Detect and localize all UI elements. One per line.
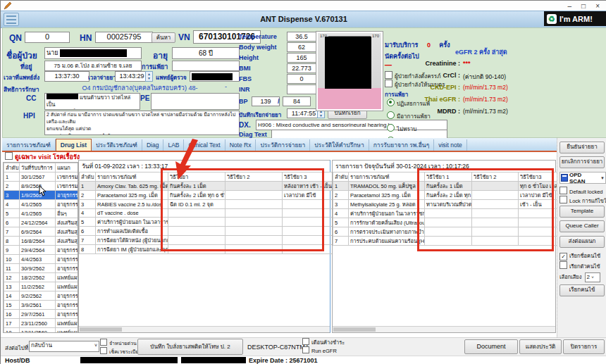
- table-cell[interactable]: อื่นๆ: [56, 209, 79, 218]
- cancel-dispense-button[interactable]: ยกเลิกการจ่ายยา: [559, 156, 605, 168]
- table-cell[interactable]: [472, 218, 519, 227]
- pe-field[interactable]: [151, 93, 240, 110]
- table-row[interactable]: 153/9/2561อายุรกรรม: [4, 301, 79, 310]
- default-locked-box[interactable]: [559, 187, 567, 194]
- table-cell[interactable]: [283, 218, 337, 227]
- table-cell[interactable]: 2: [4, 182, 20, 191]
- table-cell[interactable]: อายุรกรรม: [56, 191, 79, 200]
- table-cell[interactable]: ส่งเสริมสุขภาพ: [56, 227, 79, 237]
- table-cell[interactable]: 5: [80, 218, 96, 227]
- table-cell[interactable]: กินครั้งละ 2 เม็ด ทุก 6: [425, 191, 472, 200]
- address-field[interactable]: 75 ม.06 ต.โป่ง อ.ด่านซ้าย จ.เลย: [44, 61, 142, 71]
- overdue-alert-checkbox[interactable]: เตือนค้างชำระ: [302, 338, 345, 346]
- table-row[interactable]: 1311/2/2562แพทย์แผนไทย: [4, 282, 79, 291]
- table-cell[interactable]: อายุรกรรม: [56, 310, 79, 319]
- pregnant-checkbox-box[interactable]: [385, 71, 392, 79]
- old-rx-table[interactable]: ลำดับรายการเวชภัณฑ์วิธีใช้ยาวิธีใช้ยา 2ว…: [79, 172, 330, 254]
- table-row[interactable]: 6การทำแผลเปิด/ติดเชื้อ: [80, 227, 337, 236]
- table-cell[interactable]: 29/7/2561: [20, 310, 56, 319]
- table-cell[interactable]: 15: [4, 301, 20, 310]
- visit-list[interactable]: ลำดับวันที่รับบริการแผนก130/1/2567เวชกรร…: [3, 162, 78, 333]
- table-cell[interactable]: หลังอาหาร เช้า - เย็น: [283, 182, 337, 191]
- chronic-filter-box[interactable]: [5, 152, 13, 160]
- run-egfr-box[interactable]: [302, 346, 309, 353]
- table-row[interactable]: 130/1/2567เวชกรรมฟื้นฟู: [4, 172, 79, 182]
- table-row[interactable]: 5ค่าบริการผู้ป่วยนอก ในเวลาราชการ: [80, 218, 337, 227]
- doctor-field[interactable]: [190, 71, 240, 82]
- table-cell[interactable]: 14: [4, 291, 20, 301]
- table-cell[interactable]: [472, 227, 519, 237]
- table-cell[interactable]: [283, 200, 337, 209]
- table-cell[interactable]: อายุรกรรม: [56, 264, 79, 273]
- current-rx-hscrollbar[interactable]: [333, 326, 555, 332]
- table-row[interactable]: 4ค่าบริการผู้ป่วยนอก ในเวลาราชการ: [333, 209, 567, 218]
- age-field[interactable]: 68 ปี: [172, 47, 240, 59]
- column-header[interactable]: วิธีใช้ยา 2: [225, 172, 283, 182]
- table-cell[interactable]: [425, 237, 472, 246]
- order-time-field[interactable]: 13:37:30: [44, 71, 89, 82]
- call-name-box[interactable]: ✓: [559, 253, 567, 261]
- table-cell[interactable]: 3/9/2561: [20, 301, 56, 310]
- table-cell[interactable]: 30/9/2562: [20, 264, 56, 273]
- table-cell[interactable]: 12: [4, 273, 20, 282]
- table-cell[interactable]: [225, 191, 283, 200]
- table-cell[interactable]: 3: [4, 191, 20, 200]
- call-time-field[interactable]: 11:47:55: [287, 108, 321, 118]
- table-cell[interactable]: [283, 227, 337, 236]
- bp-diastolic-field[interactable]: 84: [283, 96, 311, 106]
- default-locked-checkbox[interactable]: Default locked: [559, 187, 603, 195]
- table-cell[interactable]: 7: [333, 237, 349, 246]
- table-cell[interactable]: [168, 236, 225, 245]
- table-cell[interactable]: 6/9/2564: [20, 227, 56, 237]
- body-weight-field[interactable]: 62: [287, 42, 316, 52]
- table-cell[interactable]: Paracetamol 325 mg. เม็ด: [96, 191, 168, 200]
- table-cell[interactable]: 6: [80, 227, 96, 236]
- table-cell[interactable]: [168, 209, 225, 218]
- table-cell[interactable]: 29/4/2564: [20, 246, 56, 255]
- table-cell[interactable]: [168, 218, 225, 227]
- hn-input[interactable]: 00025795: [95, 32, 153, 43]
- table-cell[interactable]: การทำแผลเปิด/ติดเชื้อ: [96, 227, 168, 236]
- table-cell[interactable]: [225, 245, 283, 254]
- check-record-box[interactable]: [100, 347, 107, 354]
- table-cell[interactable]: [472, 209, 519, 218]
- column-header[interactable]: แผนก: [56, 163, 79, 172]
- column-header[interactable]: วิธีใช้ยา 3: [283, 172, 337, 182]
- table-cell[interactable]: [225, 182, 283, 191]
- allergy-field[interactable]: [172, 61, 240, 71]
- table-cell[interactable]: dT vaccine . dose: [96, 209, 168, 218]
- table-cell[interactable]: 8: [4, 237, 20, 246]
- table-cell[interactable]: อายุรกรรม: [56, 301, 79, 310]
- table-cell[interactable]: [472, 191, 519, 200]
- old-rx-hscrollbar[interactable]: [79, 326, 330, 332]
- table-row[interactable]: 1629/7/2561อายุรกรรม: [4, 310, 79, 319]
- minimize-button[interactable]: –: [568, 2, 572, 10]
- table-cell[interactable]: แพทย์แผนไทย: [56, 282, 79, 291]
- table-row[interactable]: 149/2/2562อายุรกรรม: [4, 291, 79, 301]
- table-cell[interactable]: [168, 227, 225, 236]
- table-row[interactable]: 44/1/2565อายุรกรรม: [4, 200, 79, 209]
- table-cell[interactable]: 23/11/2560: [20, 319, 56, 328]
- call-name-checkbox[interactable]: ✓เรียกชื่อคนไข้: [559, 251, 600, 261]
- table-cell[interactable]: แพทย์แผนไทย: [56, 319, 79, 328]
- breastfeeding-checkbox-box[interactable]: [385, 80, 392, 87]
- table-cell[interactable]: Methylsalicylate 25 g. หลอด: [349, 200, 425, 209]
- table-cell[interactable]: 3: [333, 200, 349, 209]
- table-cell[interactable]: ส่งเสริมสุขภาพ: [56, 237, 79, 246]
- table-cell[interactable]: 2: [333, 191, 349, 200]
- table-cell[interactable]: Paracetamol 325 mg. เม็ด: [349, 191, 425, 200]
- table-cell[interactable]: 11: [4, 264, 20, 273]
- table-cell[interactable]: ค่าบริการผู้ป่วยนอก ในเวลาราชการ: [349, 209, 425, 218]
- tab-10[interactable]: visit note: [434, 139, 467, 151]
- template-button[interactable]: Template: [559, 206, 605, 218]
- table-cell[interactable]: แพทย์แผนไทย: [56, 273, 79, 282]
- table-cell[interactable]: 4: [4, 200, 20, 209]
- run-egfr-checkbox[interactable]: Run eGFR: [302, 346, 337, 354]
- table-row[interactable]: 8การฉีดยา IM (ผู้ป่วยนอกและฉุกเฉิน: [80, 245, 337, 254]
- table-row[interactable]: 6การตรวจประเมินทางกายภาพบำบัด Diag: [333, 227, 567, 237]
- table-cell[interactable]: 8/9/2565: [20, 182, 56, 191]
- call-number-box[interactable]: [559, 261, 567, 269]
- close-button[interactable]: ×: [595, 2, 600, 10]
- table-cell[interactable]: 1: [4, 172, 20, 182]
- table-cell[interactable]: 17/11/2560: [20, 328, 56, 334]
